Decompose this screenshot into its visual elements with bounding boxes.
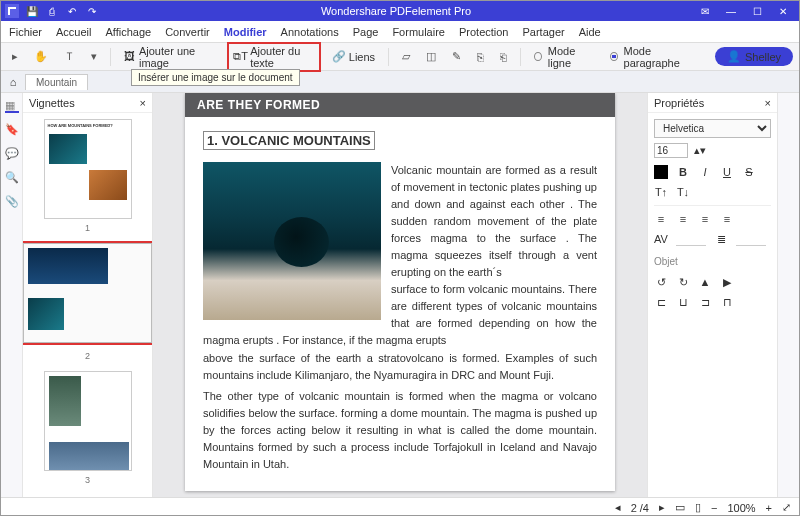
align-right-icon[interactable]: ≡ bbox=[698, 212, 712, 226]
footer-icon[interactable]: ⎗ bbox=[495, 49, 512, 65]
search-icon[interactable]: 🔍 bbox=[5, 171, 19, 185]
properties-header: Propriétés × bbox=[648, 93, 777, 113]
zoom-in-icon[interactable]: + bbox=[766, 502, 772, 514]
title-bar: 💾 ⎙ ↶ ↷ Wondershare PDFelement Pro ✉ ― ☐… bbox=[1, 1, 799, 21]
align-obj-right-icon[interactable]: ⊐ bbox=[698, 296, 712, 310]
left-rail: ▦ 🔖 💬 🔍 📎 bbox=[1, 93, 23, 497]
thumbnails-panel: Vignettes × HOW ARE MOUNTAINS FORMED? 1 … bbox=[23, 93, 153, 497]
home-tab-icon[interactable]: ⌂ bbox=[5, 76, 21, 88]
attachments-icon[interactable]: 📎 bbox=[5, 195, 19, 209]
object-row-2: ⊏ ⊔ ⊐ ⊓ bbox=[654, 296, 771, 310]
add-image-button[interactable]: 🖼Ajouter une image bbox=[119, 43, 221, 71]
object-section-label: Objet bbox=[654, 254, 771, 270]
fullscreen-icon[interactable]: ⤢ bbox=[782, 501, 791, 514]
mode-line-radio[interactable]: Mode ligne bbox=[529, 43, 599, 71]
char-spacing-icon[interactable]: AV bbox=[654, 232, 668, 246]
close-panel-icon[interactable]: × bbox=[140, 97, 146, 109]
thumbnails-list[interactable]: HOW ARE MOUNTAINS FORMED? 1 2 3 bbox=[23, 113, 152, 497]
menu-formulaire[interactable]: Formulaire bbox=[392, 26, 445, 38]
user-button[interactable]: 👤Shelley bbox=[715, 47, 793, 66]
spacing-row: AV ≣ bbox=[654, 232, 771, 246]
rotate-left-icon[interactable]: ↺ bbox=[654, 276, 668, 290]
dropdown-icon[interactable]: ▾ bbox=[86, 48, 102, 65]
comments-icon[interactable]: 💬 bbox=[5, 147, 19, 161]
thumbnail-page-3[interactable] bbox=[44, 371, 132, 471]
close-panel-icon[interactable]: × bbox=[765, 97, 771, 109]
menu-page[interactable]: Page bbox=[353, 26, 379, 38]
watermark-icon[interactable]: ◫ bbox=[421, 48, 441, 65]
thumbnail-page-1[interactable]: HOW ARE MOUNTAINS FORMED? bbox=[44, 119, 132, 219]
prev-page-icon[interactable]: ◂ bbox=[615, 501, 621, 514]
header-icon[interactable]: ⎘ bbox=[472, 49, 489, 65]
bold-icon[interactable]: B bbox=[676, 165, 690, 179]
subscript-icon[interactable]: T↓ bbox=[676, 185, 690, 199]
heading-1[interactable]: 1. VOLCANIC MOUNTAINS bbox=[203, 131, 375, 150]
bookmarks-icon[interactable]: 🔖 bbox=[5, 123, 19, 137]
align-justify-icon[interactable]: ≡ bbox=[720, 212, 734, 226]
background-icon[interactable]: ✎ bbox=[447, 48, 466, 65]
align-obj-left-icon[interactable]: ⊏ bbox=[654, 296, 668, 310]
thumbnail-page-2[interactable] bbox=[23, 243, 152, 343]
align-left-icon[interactable]: ≡ bbox=[654, 212, 668, 226]
mail-icon[interactable]: ✉ bbox=[693, 2, 717, 20]
close-icon[interactable]: ✕ bbox=[771, 2, 795, 20]
menu-protection[interactable]: Protection bbox=[459, 26, 509, 38]
next-page-icon[interactable]: ▸ bbox=[659, 501, 665, 514]
select-tool-icon[interactable]: ▸ bbox=[7, 48, 23, 65]
menu-fichier[interactable]: Fichier bbox=[9, 26, 42, 38]
align-row: ≡ ≡ ≡ ≡ bbox=[654, 212, 771, 226]
menu-accueil[interactable]: Accueil bbox=[56, 26, 91, 38]
font-size-stepper-icon[interactable]: ▴▾ bbox=[694, 142, 706, 159]
menu-aide[interactable]: Aide bbox=[579, 26, 601, 38]
view-continuous-icon[interactable]: ▯ bbox=[695, 501, 701, 514]
print-icon[interactable]: ⎙ bbox=[45, 4, 59, 18]
user-icon: 👤 bbox=[727, 50, 741, 63]
hand-tool-icon[interactable]: ✋ bbox=[29, 48, 53, 65]
font-size-input[interactable] bbox=[654, 143, 688, 158]
page-indicator[interactable]: 2 /4 bbox=[631, 502, 649, 514]
object-row-1: ↺ ↻ ▲ ▶ bbox=[654, 276, 771, 290]
menu-annotations[interactable]: Annotations bbox=[281, 26, 339, 38]
flip-h-icon[interactable]: ▶ bbox=[720, 276, 734, 290]
mode-paragraph-radio[interactable]: Mode paragraphe bbox=[605, 43, 703, 71]
page-number-1: 1 bbox=[85, 223, 90, 233]
zoom-level[interactable]: 100% bbox=[727, 502, 755, 514]
minimize-icon[interactable]: ― bbox=[719, 2, 743, 20]
crop-icon[interactable]: ▱ bbox=[397, 48, 415, 65]
menu-modifier[interactable]: Modifier bbox=[224, 26, 267, 38]
zoom-out-icon[interactable]: − bbox=[711, 502, 717, 514]
flip-v-icon[interactable]: ▲ bbox=[698, 276, 712, 290]
menu-partager[interactable]: Partager bbox=[522, 26, 564, 38]
redo-icon[interactable]: ↷ bbox=[85, 4, 99, 18]
menu-convertir[interactable]: Convertir bbox=[165, 26, 210, 38]
menu-affichage[interactable]: Affichage bbox=[105, 26, 151, 38]
undo-icon[interactable]: ↶ bbox=[65, 4, 79, 18]
thumbnails-icon[interactable]: ▦ bbox=[5, 99, 19, 113]
underline-icon[interactable]: U bbox=[720, 165, 734, 179]
svg-rect-0 bbox=[5, 4, 19, 18]
links-button[interactable]: 🔗Liens bbox=[327, 48, 380, 66]
save-icon[interactable]: 💾 bbox=[25, 4, 39, 18]
italic-icon[interactable]: I bbox=[698, 165, 712, 179]
body-text[interactable]: Volcanic mountain are formed as a result… bbox=[203, 162, 597, 473]
superscript-icon[interactable]: T↑ bbox=[654, 185, 668, 199]
align-center-icon[interactable]: ≡ bbox=[676, 212, 690, 226]
content-image[interactable] bbox=[203, 162, 381, 320]
maximize-icon[interactable]: ☐ bbox=[745, 2, 769, 20]
font-family-select[interactable]: Helvetica bbox=[654, 119, 771, 138]
document-viewport[interactable]: ARE THEY FORMED 1. VOLCANIC MOUNTAINS Vo… bbox=[153, 93, 647, 497]
line-spacing-icon[interactable]: ≣ bbox=[714, 232, 728, 246]
font-color-swatch[interactable] bbox=[654, 165, 668, 179]
align-obj-center-icon[interactable]: ⊔ bbox=[676, 296, 690, 310]
strikethrough-icon[interactable]: S bbox=[742, 165, 756, 179]
thumbnails-header: Vignettes × bbox=[23, 93, 152, 113]
document-tab[interactable]: Mountain bbox=[25, 74, 88, 90]
properties-body: Helvetica ▴▾ B I U S T↑ T↓ ≡ ≡ ≡ ≡ bbox=[648, 113, 777, 322]
separator bbox=[110, 48, 111, 66]
main-area: ▦ 🔖 💬 🔍 📎 Vignettes × HOW ARE MOUNTAINS … bbox=[1, 93, 799, 497]
distribute-icon[interactable]: ⊓ bbox=[720, 296, 734, 310]
text-select-icon[interactable]: Ｔ bbox=[59, 47, 80, 66]
add-text-button[interactable]: ⧉TAjouter du texte bbox=[227, 42, 321, 72]
rotate-right-icon[interactable]: ↻ bbox=[676, 276, 690, 290]
view-single-icon[interactable]: ▭ bbox=[675, 501, 685, 514]
